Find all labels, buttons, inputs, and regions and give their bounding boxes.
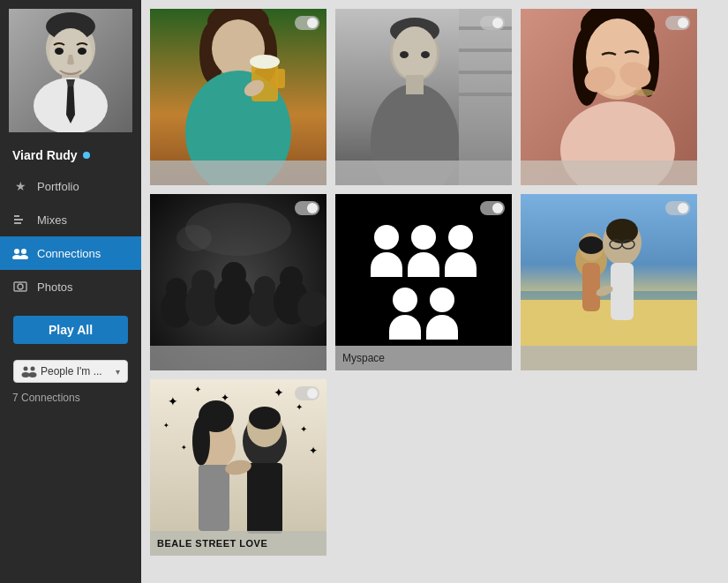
svg-point-82 <box>606 219 638 243</box>
nav-connections[interactable]: Connections <box>0 236 141 270</box>
connections-grid: Myspace <box>150 9 719 556</box>
mix-icon <box>12 212 28 228</box>
main-content: Myspace <box>141 0 728 583</box>
svg-rect-13 <box>14 222 21 224</box>
svg-rect-42 <box>459 93 512 96</box>
svg-point-19 <box>18 284 23 289</box>
svg-rect-102 <box>247 463 282 534</box>
online-indicator <box>83 152 90 159</box>
svg-point-21 <box>31 367 35 371</box>
svg-text:✦: ✦ <box>300 424 307 434</box>
svg-point-73 <box>176 225 212 251</box>
svg-rect-107 <box>199 465 229 531</box>
nav-portfolio-label: Portfolio <box>37 180 79 193</box>
svg-point-49 <box>421 51 430 58</box>
svg-rect-80 <box>582 263 600 311</box>
svg-point-20 <box>24 367 28 371</box>
svg-text:✦: ✦ <box>168 394 178 408</box>
filter-dropdown[interactable]: People I'm ... ▾ <box>13 360 128 383</box>
photo-icon <box>12 279 28 295</box>
beale-street-label: BEALE STREET LOVE <box>157 538 267 549</box>
nav-photos[interactable]: Photos <box>0 270 141 303</box>
card-toggle-3[interactable] <box>665 16 690 30</box>
svg-point-10 <box>78 48 86 55</box>
svg-rect-33 <box>276 69 285 88</box>
connection-card-myspace[interactable]: Myspace <box>335 194 512 370</box>
svg-text:✦: ✦ <box>296 402 303 412</box>
svg-point-67 <box>166 278 187 301</box>
play-all-button[interactable]: Play All <box>13 316 128 344</box>
svg-text:✦: ✦ <box>163 422 169 430</box>
connections-icon <box>12 245 28 261</box>
connection-card-2[interactable] <box>335 9 512 185</box>
svg-point-45 <box>393 26 437 79</box>
svg-text:✦: ✦ <box>194 385 201 394</box>
svg-point-71 <box>280 266 303 291</box>
connections-count: 7 Connections <box>0 386 141 409</box>
connection-card-6[interactable] <box>521 194 697 370</box>
svg-rect-11 <box>14 215 19 217</box>
nav-mixes-label: Mixes <box>37 213 67 227</box>
svg-rect-40 <box>459 49 512 52</box>
card-toggle-1[interactable] <box>295 16 319 30</box>
people-filter-icon <box>21 365 37 377</box>
connection-card-7[interactable]: ✦ ✦ ✦ ✦ ✦ ✦ ✦ ✦ ✦ <box>150 379 326 556</box>
filter-label: People I'm ... <box>41 365 102 377</box>
nav-mixes[interactable]: Mixes <box>0 203 141 236</box>
avatar <box>9 9 132 132</box>
svg-point-34 <box>250 55 280 69</box>
svg-rect-47 <box>406 75 424 94</box>
svg-point-68 <box>191 270 214 295</box>
svg-rect-38 <box>459 9 512 185</box>
myspace-label: Myspace <box>342 352 385 364</box>
connection-card-1[interactable] <box>150 9 326 185</box>
card-toggle-6[interactable] <box>665 201 690 215</box>
svg-point-70 <box>254 276 275 299</box>
svg-point-106 <box>192 416 210 466</box>
chevron-down-icon: ▾ <box>116 367 120 377</box>
svg-point-69 <box>221 262 246 288</box>
myspace-people-icons <box>371 225 477 277</box>
username: Viard Rudy <box>12 148 78 162</box>
svg-point-79 <box>579 236 604 254</box>
svg-rect-12 <box>14 219 23 220</box>
svg-point-23 <box>29 372 37 377</box>
svg-point-9 <box>55 48 64 55</box>
star-icon: ★ <box>12 178 28 194</box>
user-info: Viard Rudy <box>0 141 141 169</box>
card-toggle-2[interactable] <box>480 16 505 30</box>
connection-card-3[interactable] <box>521 9 697 185</box>
card-toggle-7[interactable] <box>295 386 319 400</box>
card-toggle-5[interactable] <box>480 201 505 215</box>
svg-point-14 <box>14 249 19 254</box>
svg-rect-41 <box>459 71 512 74</box>
nav-portfolio[interactable]: ★ Portfolio <box>0 169 141 203</box>
svg-point-101 <box>249 407 281 430</box>
card-toggle-4[interactable] <box>295 201 319 215</box>
svg-text:✦: ✦ <box>274 385 284 400</box>
svg-point-17 <box>19 255 28 259</box>
nav-photos-label: Photos <box>37 280 72 294</box>
nav-connections-label: Connections <box>37 247 101 260</box>
svg-point-48 <box>400 51 409 58</box>
svg-text:✦: ✦ <box>181 444 187 452</box>
svg-point-15 <box>21 249 26 254</box>
svg-rect-83 <box>611 263 634 320</box>
svg-point-59 <box>634 89 655 96</box>
sidebar: Viard Rudy ★ Portfolio Mixes Connections… <box>0 0 141 583</box>
svg-point-22 <box>22 372 30 377</box>
svg-text:✦: ✦ <box>309 445 318 457</box>
connection-card-4[interactable] <box>150 194 326 370</box>
